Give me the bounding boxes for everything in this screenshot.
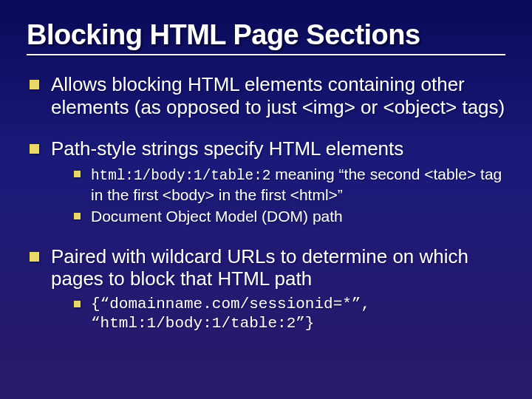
sub-bullet-item: Document Object Model (DOM) path [74,207,505,226]
square-bullet-icon [74,213,81,219]
sub-bullet-item: {“domainname.com/sessionid=*”, “html:1/b… [74,295,505,332]
sub-bullet-text: {“domainname.com/sessionid=*”, “html:1/b… [91,295,505,332]
code-span: html:1/body:1/table:2 [91,168,270,184]
sub-bullet-item: html:1/body:1/table:2 meaning “the secon… [74,165,505,204]
sub-bullet-text: Document Object Model (DOM) path [91,207,343,226]
square-bullet-icon [74,301,81,307]
sub-bullet-text: html:1/body:1/table:2 meaning “the secon… [91,165,505,204]
slide-body: Allows blocking HTML elements containing… [27,73,505,332]
sub-bullet-group: {“domainname.com/sessionid=*”, “html:1/b… [74,295,505,332]
bullet-item: Paired with wildcard URLs to determine o… [30,245,505,290]
square-bullet-icon [30,252,39,262]
square-bullet-icon [30,80,39,89]
title-underline [27,54,505,55]
bullet-item: Allows blocking HTML elements containing… [30,73,505,118]
bullet-text: Paired with wildcard URLs to determine o… [51,245,505,290]
sub-bullet-group: html:1/body:1/table:2 meaning “the secon… [74,165,505,226]
square-bullet-icon [74,171,81,177]
bullet-text: Path-style strings specify HTML elements [51,137,403,160]
bullet-text: Allows blocking HTML elements containing… [51,73,505,118]
bullet-item: Path-style strings specify HTML elements [30,137,505,160]
slide-title: Blocking HTML Page Sections [27,19,505,51]
square-bullet-icon [30,144,39,154]
slide: Blocking HTML Page Sections Allows block… [0,0,532,399]
